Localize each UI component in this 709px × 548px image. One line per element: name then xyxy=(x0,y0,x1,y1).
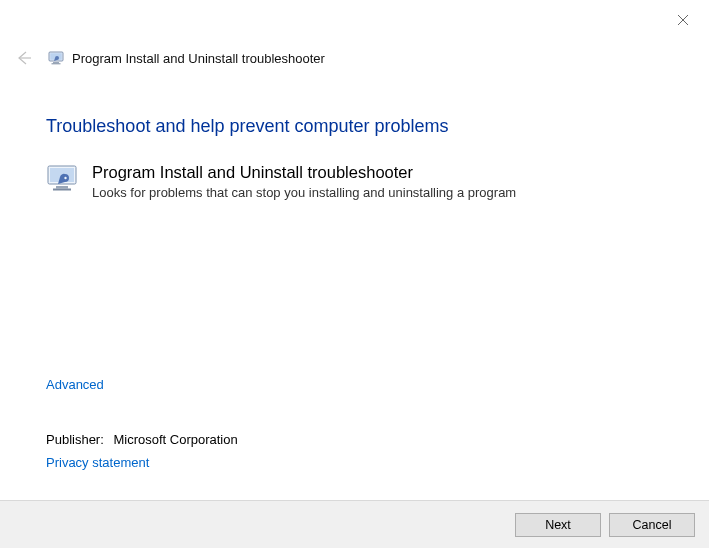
titlebar xyxy=(0,0,709,32)
footer: Next Cancel xyxy=(0,500,709,548)
troubleshooter-item-description: Looks for problems that can stop you ins… xyxy=(92,185,516,200)
privacy-link[interactable]: Privacy statement xyxy=(46,455,149,470)
next-button[interactable]: Next xyxy=(515,513,601,537)
svg-point-11 xyxy=(64,177,66,179)
page-heading: Troubleshoot and help prevent computer p… xyxy=(46,116,663,137)
window-title: Program Install and Uninstall troublesho… xyxy=(72,51,325,66)
publisher-name: Microsoft Corporation xyxy=(113,432,237,447)
troubleshooter-window: Program Install and Uninstall troublesho… xyxy=(0,0,709,548)
troubleshooter-item-icon xyxy=(46,163,78,195)
advanced-link[interactable]: Advanced xyxy=(46,377,104,392)
close-button[interactable] xyxy=(675,12,691,28)
svg-rect-6 xyxy=(52,63,61,64)
content-area: Troubleshoot and help prevent computer p… xyxy=(46,100,663,200)
header-row: Program Install and Uninstall troublesho… xyxy=(12,46,697,70)
publisher-label: Publisher: xyxy=(46,432,104,447)
close-icon xyxy=(677,14,689,26)
publisher-row: Publisher: Microsoft Corporation xyxy=(46,432,663,447)
svg-rect-10 xyxy=(53,189,71,191)
troubleshooter-item-name: Program Install and Uninstall troublesho… xyxy=(92,163,516,183)
lower-block: Advanced Publisher: Microsoft Corporatio… xyxy=(46,377,663,470)
troubleshooter-item-text: Program Install and Uninstall troublesho… xyxy=(92,163,516,200)
troubleshooter-icon xyxy=(48,50,64,66)
cancel-button[interactable]: Cancel xyxy=(609,513,695,537)
svg-rect-5 xyxy=(53,62,59,63)
back-arrow-icon xyxy=(13,48,33,68)
troubleshooter-item: Program Install and Uninstall troublesho… xyxy=(46,163,663,200)
back-button xyxy=(12,47,34,69)
svg-rect-9 xyxy=(56,186,68,189)
